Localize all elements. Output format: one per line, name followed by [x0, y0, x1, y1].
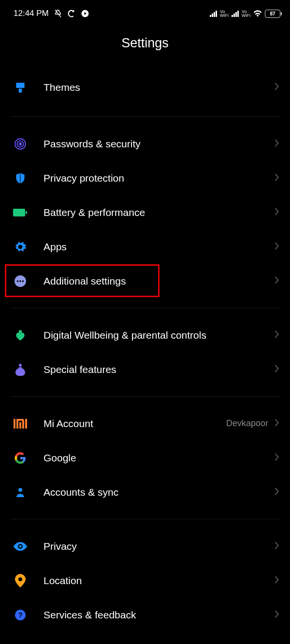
- settings-row-battery[interactable]: Battery & performance: [0, 195, 290, 229]
- svg-point-9: [17, 280, 19, 282]
- chevron-right-icon: [274, 541, 279, 552]
- chevron-right-icon: [274, 173, 279, 184]
- settings-row-accounts-sync[interactable]: Accounts & sync: [0, 475, 290, 509]
- wellbeing-icon: [11, 328, 30, 343]
- settings-row-google[interactable]: Google: [0, 441, 290, 475]
- location-pin-icon: [11, 573, 30, 588]
- row-label: Services & feedback: [44, 609, 274, 621]
- mi-logo-icon: [11, 416, 30, 431]
- battery-icon: [11, 205, 30, 220]
- svg-point-11: [22, 280, 24, 282]
- row-label: Google: [44, 452, 274, 464]
- settings-row-special[interactable]: Special features: [0, 352, 290, 386]
- settings-row-location[interactable]: Location: [0, 563, 290, 598]
- row-label: Passwords & security: [44, 138, 274, 150]
- more-icon: [11, 273, 30, 289]
- svg-point-10: [19, 280, 21, 282]
- settings-row-passwords[interactable]: Passwords & security: [0, 127, 290, 161]
- svg-text:?: ?: [18, 611, 22, 619]
- play-icon: [81, 9, 89, 18]
- battery-level: 87: [270, 11, 275, 16]
- settings-row-wellbeing[interactable]: Digital Wellbeing & parental controls: [0, 318, 290, 352]
- row-label: Digital Wellbeing & parental controls: [44, 329, 274, 341]
- settings-row-themes[interactable]: Themes: [0, 68, 290, 107]
- person-icon: [11, 485, 30, 500]
- settings-row-apps[interactable]: Apps: [0, 229, 290, 264]
- cloud-sync-icon: [67, 9, 76, 18]
- shield-icon: [11, 171, 30, 186]
- wifi-icon: [253, 10, 262, 17]
- eye-icon: [11, 539, 30, 554]
- row-label: Battery & performance: [44, 207, 274, 218]
- settings-row-privacy-protection[interactable]: Privacy protection: [0, 161, 290, 195]
- chevron-right-icon: [274, 418, 279, 429]
- svg-point-13: [19, 364, 22, 367]
- chevron-right-icon: [274, 242, 279, 252]
- status-right: VoWiFi VoWiFi 87: [210, 10, 280, 18]
- signal-2-icon: [232, 10, 239, 17]
- status-bar: 12:44 PM VoWiFi VoWiFi 87: [0, 0, 290, 24]
- status-left: 12:44 PM: [14, 9, 89, 18]
- chevron-right-icon: [274, 139, 279, 149]
- fingerprint-icon: [11, 136, 30, 152]
- vowifi-2-icon: VoWiFi: [242, 10, 250, 17]
- chevron-right-icon: [274, 453, 279, 463]
- svg-rect-2: [19, 88, 22, 93]
- chevron-right-icon: [274, 610, 279, 620]
- row-label: Accounts & sync: [44, 487, 274, 498]
- svg-rect-7: [26, 211, 27, 214]
- row-label: Special features: [44, 364, 274, 375]
- battery-icon: 87: [265, 10, 280, 18]
- divider: [11, 308, 279, 308]
- row-label: Themes: [44, 82, 274, 93]
- chevron-right-icon: [274, 276, 279, 286]
- chevron-right-icon: [274, 575, 279, 586]
- chevron-right-icon: [274, 330, 279, 341]
- signal-1-icon: [210, 10, 217, 17]
- vowifi-1-icon: VoWiFi: [220, 10, 229, 17]
- row-label: Mi Account: [44, 418, 226, 429]
- google-icon: [11, 450, 30, 466]
- chevron-right-icon: [274, 364, 279, 375]
- divider: [11, 116, 279, 117]
- gear-icon: [11, 239, 30, 255]
- svg-rect-6: [13, 209, 25, 216]
- chevron-right-icon: [274, 487, 279, 498]
- svg-point-14: [18, 488, 22, 492]
- chevron-right-icon: [274, 82, 279, 93]
- status-time: 12:44 PM: [14, 9, 49, 18]
- row-label: Apps: [44, 241, 274, 253]
- themes-icon: [11, 80, 30, 95]
- help-icon: ?: [11, 607, 30, 623]
- mute-icon: [54, 9, 62, 18]
- row-value: Devkapoor: [226, 418, 268, 429]
- svg-point-12: [19, 330, 22, 333]
- settings-row-additional[interactable]: Additional settings: [0, 264, 290, 298]
- settings-row-privacy[interactable]: Privacy: [0, 529, 290, 563]
- row-label: Additional settings: [44, 275, 274, 287]
- divider: [11, 396, 279, 397]
- row-label: Privacy protection: [44, 172, 274, 184]
- page-title: Settings: [0, 24, 290, 68]
- flask-icon: [11, 362, 30, 377]
- chevron-right-icon: [274, 207, 279, 218]
- settings-row-mi-account[interactable]: Mi Account Devkapoor: [0, 406, 290, 441]
- svg-point-5: [19, 143, 21, 144]
- row-label: Privacy: [44, 541, 274, 552]
- svg-rect-1: [16, 83, 24, 88]
- divider: [11, 519, 279, 519]
- svg-point-15: [19, 545, 22, 547]
- row-label: Location: [44, 575, 274, 587]
- settings-row-services[interactable]: ? Services & feedback: [0, 598, 290, 632]
